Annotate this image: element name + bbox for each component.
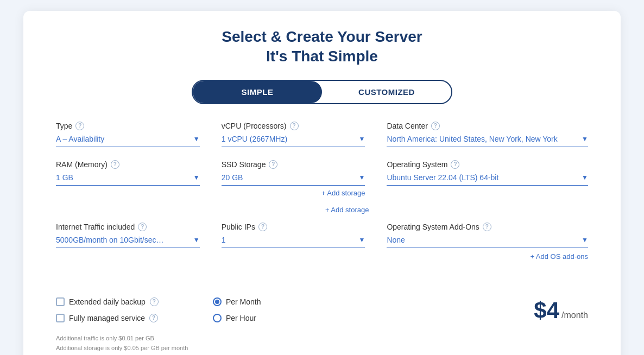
add-os-link[interactable]: + Add OS add-ons <box>387 252 588 261</box>
datacenter-section: Data Center ? North America: United Stat… <box>387 122 588 147</box>
type-value: A – Availability <box>56 135 104 143</box>
toggle-container: SIMPLE CUSTOMIZED <box>56 80 588 104</box>
internet-traffic-label: Internet Traffic included <box>56 223 135 231</box>
main-container: Select & Create Your Server It's That Si… <box>23 11 621 355</box>
public-ips-select[interactable]: 1 ▼ <box>222 236 365 248</box>
price-period: /month <box>561 310 588 320</box>
type-select[interactable]: A – Availability ▼ <box>56 135 200 147</box>
ram-section: RAM (Memory) ? 1 GB ▼ <box>56 160 200 186</box>
per-hour-label: Per Hour <box>226 314 256 322</box>
form-grid: Type ? A – Availability ▼ vCPU (Processo… <box>56 122 588 211</box>
add-storage-row: + Add storage <box>56 206 588 214</box>
billing-section: Per Month Per Hour <box>213 297 261 322</box>
ram-select[interactable]: 1 GB ▼ <box>56 173 200 186</box>
add-storage-link-positioned[interactable]: + Add storage <box>212 206 369 214</box>
os-addons-chevron-icon: ▼ <box>582 236 588 244</box>
bottom-section: Extended daily backup ? Fully managed se… <box>56 297 588 355</box>
vcpu-section: vCPU (Processors) ? 1 vCPU (2667MHz) ▼ <box>222 122 365 147</box>
bottom-left: Extended daily backup ? Fully managed se… <box>56 297 534 355</box>
os-addons-section: Operating System Add-Ons ? None ▼ + Add … <box>387 223 588 261</box>
fully-managed-help-icon[interactable]: ? <box>149 314 158 322</box>
fully-managed-checkbox[interactable] <box>56 314 65 322</box>
vcpu-chevron-icon: ▼ <box>359 135 365 143</box>
internet-traffic-chevron-icon: ▼ <box>193 236 200 244</box>
customized-toggle-button[interactable]: CUSTOMIZED <box>322 81 451 103</box>
public-ips-section: Public IPs ? 1 ▼ <box>222 223 365 261</box>
public-ips-chevron-icon: ▼ <box>359 236 365 244</box>
ssd-section: SSD Storage ? 20 GB ▼ <box>222 160 365 186</box>
ssd-help-icon[interactable]: ? <box>269 160 277 169</box>
form-grid-row3: Internet Traffic included ? 5000GB/month… <box>56 223 588 274</box>
os-chevron-icon: ▼ <box>582 174 588 181</box>
ram-value: 1 GB <box>56 173 73 182</box>
ssd-select[interactable]: 20 GB ▼ <box>222 173 365 186</box>
per-hour-row: Per Hour <box>213 314 261 322</box>
type-help-icon[interactable]: ? <box>75 122 84 130</box>
os-addons-select[interactable]: None ▼ <box>387 236 588 248</box>
ram-help-icon[interactable]: ? <box>111 160 119 169</box>
public-ips-help-icon[interactable]: ? <box>258 223 267 231</box>
ssd-label: SSD Storage <box>222 160 266 169</box>
internet-traffic-help-icon[interactable]: ? <box>138 223 147 231</box>
ssd-chevron-icon: ▼ <box>359 174 365 181</box>
add-storage-wrapper: + Add storage <box>222 193 365 206</box>
vcpu-label: vCPU (Processors) <box>222 122 287 130</box>
checkboxes-section: Extended daily backup ? Fully managed se… <box>56 297 159 322</box>
internet-traffic-section: Internet Traffic included ? 5000GB/month… <box>56 223 200 261</box>
per-month-row: Per Month <box>213 297 261 306</box>
os-section: Operating System ? Ubuntu Server 22.04 (… <box>387 160 588 186</box>
os-label: Operating System <box>387 160 447 169</box>
fully-managed-label: Fully managed service <box>69 314 145 322</box>
datacenter-select[interactable]: North America: United States, New York, … <box>387 135 588 147</box>
bottom-options: Extended daily backup ? Fully managed se… <box>56 297 534 322</box>
vcpu-value: 1 vCPU (2667MHz) <box>222 135 287 143</box>
vcpu-select[interactable]: 1 vCPU (2667MHz) ▼ <box>222 135 365 147</box>
ssd-value: 20 GB <box>222 173 243 182</box>
datacenter-help-icon[interactable]: ? <box>431 122 440 130</box>
os-addons-value: None <box>387 236 405 244</box>
footnote-line2: Additional storage is only $0.05 per GB … <box>56 343 534 353</box>
os-addons-label: Operating System Add-Ons <box>387 223 479 231</box>
extended-backup-help-icon[interactable]: ? <box>150 297 159 306</box>
extended-backup-label: Extended daily backup <box>69 297 146 306</box>
vcpu-help-icon[interactable]: ? <box>290 122 299 130</box>
internet-traffic-value: 5000GB/month on 10Gbit/sec pr... <box>56 236 165 244</box>
price-section: $4 /month <box>534 297 588 324</box>
type-label: Type <box>56 122 72 130</box>
os-addons-help-icon[interactable]: ? <box>483 223 491 231</box>
per-month-label: Per Month <box>226 297 261 306</box>
ram-label: RAM (Memory) <box>56 160 108 169</box>
os-select[interactable]: Ubuntu Server 22.04 (LTS) 64-bit ▼ <box>387 173 588 186</box>
datacenter-value: North America: United States, New York, … <box>387 135 557 143</box>
price-amount: $4 <box>534 297 559 324</box>
fully-managed-row: Fully managed service ? <box>56 314 159 322</box>
os-help-icon[interactable]: ? <box>451 160 459 169</box>
extended-backup-checkbox[interactable] <box>56 297 65 306</box>
simple-toggle-button[interactable]: SIMPLE <box>193 81 322 103</box>
page-title: Select & Create Your Server It's That Si… <box>56 27 588 67</box>
public-ips-value: 1 <box>222 236 226 244</box>
footnote-line1: Additional traffic is only $0.01 per GB <box>56 333 534 344</box>
add-storage-link[interactable]: + Add storage <box>222 189 365 197</box>
per-hour-radio[interactable] <box>213 314 222 322</box>
extended-backup-row: Extended daily backup ? <box>56 297 159 306</box>
datacenter-label: Data Center <box>387 122 427 130</box>
ram-chevron-icon: ▼ <box>193 174 200 181</box>
public-ips-label: Public IPs <box>222 223 255 231</box>
os-value: Ubuntu Server 22.04 (LTS) 64-bit <box>387 173 498 182</box>
type-chevron-icon: ▼ <box>193 135 200 143</box>
mode-toggle: SIMPLE CUSTOMIZED <box>192 80 452 104</box>
footnotes: Additional traffic is only $0.01 per GB … <box>56 333 534 355</box>
datacenter-chevron-icon: ▼ <box>582 135 588 143</box>
type-section: Type ? A – Availability ▼ <box>56 122 200 147</box>
per-month-radio[interactable] <box>213 297 222 306</box>
internet-traffic-select[interactable]: 5000GB/month on 10Gbit/sec pr... ▼ <box>56 236 200 248</box>
